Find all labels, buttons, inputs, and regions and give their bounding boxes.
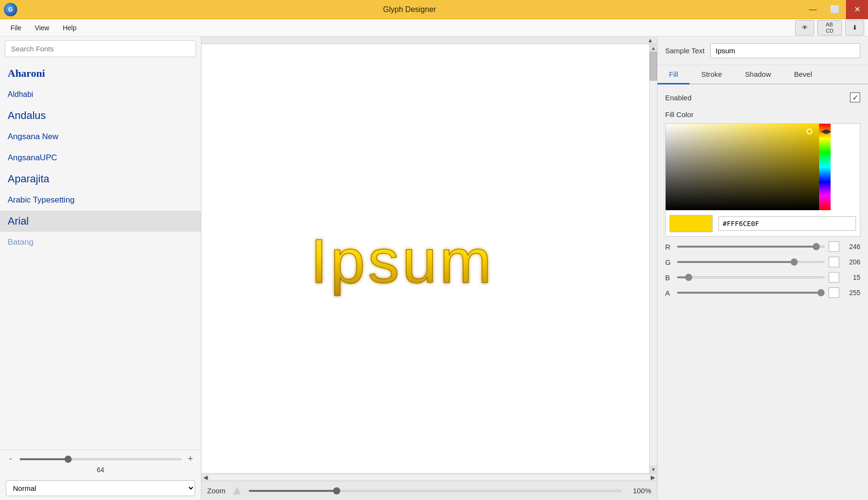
- menu-view[interactable]: View: [28, 22, 56, 34]
- b-label: B: [665, 274, 673, 282]
- font-list: Aharoni Aldhabi Andalus Angsana New Angs…: [0, 61, 201, 450]
- color-gradient-area[interactable]: [666, 124, 819, 210]
- restore-button[interactable]: ⬜: [824, 0, 846, 19]
- size-decrease-button[interactable]: -: [6, 454, 15, 464]
- g-value: 206: [843, 258, 860, 266]
- canvas-text: Ipsum: [310, 226, 494, 296]
- a-thumb-box: [829, 287, 839, 298]
- sample-text-row: Sample Text: [657, 36, 868, 65]
- menubar: File View Help 👁 ABCD ⬇: [0, 19, 868, 36]
- canvas-scroll-v: ▲ ▼: [649, 44, 657, 473]
- fill-color-label: Fill Color: [665, 110, 860, 119]
- g-slider[interactable]: [677, 261, 825, 263]
- fill-panel: Enabled ✓ Fill Color ◀▶: [657, 84, 868, 306]
- font-item-aparajita[interactable]: Aparajita: [0, 168, 201, 190]
- r-value: 246: [843, 243, 860, 250]
- a-row: A 255: [665, 287, 860, 298]
- font-size-controls: - + 64: [0, 450, 201, 477]
- scroll-v-track: [650, 52, 657, 465]
- b-slider[interactable]: [677, 276, 825, 278]
- close-button[interactable]: ✕: [846, 0, 868, 19]
- app-title: Glyph Designer: [17, 5, 802, 14]
- eye-icon: 👁: [802, 24, 808, 31]
- sample-text-label: Sample Text: [665, 47, 704, 55]
- font-list-container: Aharoni Aldhabi Andalus Angsana New Angs…: [0, 61, 201, 450]
- scroll-right-arrow[interactable]: ▶: [649, 474, 657, 481]
- scroll-top-arrow[interactable]: ▲: [645, 37, 655, 44]
- color-swatch-row: [666, 215, 860, 236]
- canvas-scroll-h: ◀ ▶: [201, 473, 657, 481]
- zoom-value: 100%: [627, 487, 651, 495]
- export-button[interactable]: ⬇: [845, 20, 864, 36]
- style-dropdown-row: Normal Bold Italic Bold Italic: [0, 477, 201, 500]
- font-size-value: 64: [6, 466, 195, 474]
- minimize-button[interactable]: —: [802, 0, 824, 19]
- zoom-slider-thumb[interactable]: [233, 487, 241, 495]
- sample-text-svg: Ipsum: [305, 211, 545, 307]
- zoom-label: Zoom: [207, 487, 225, 495]
- r-slider[interactable]: [677, 246, 825, 248]
- canvas-content-row: Ipsum ▲ ▼: [201, 44, 657, 473]
- size-slider[interactable]: [19, 458, 182, 460]
- color-spectrum[interactable]: ◀▶: [819, 124, 831, 210]
- font-item-angsanaupc[interactable]: AngsanaUPC: [0, 147, 201, 168]
- tab-shadow[interactable]: Shadow: [734, 65, 783, 84]
- text-preview-icon: ABCD: [826, 22, 833, 33]
- font-style-select[interactable]: Normal Bold Italic Bold Italic: [6, 480, 195, 496]
- tab-fill[interactable]: Fill: [657, 65, 690, 84]
- scroll-v-down-button[interactable]: ▼: [650, 465, 657, 473]
- zoom-bar: Zoom 100%: [201, 481, 657, 500]
- window-controls: — ⬜ ✕: [802, 0, 868, 19]
- scroll-left-arrow[interactable]: ◀: [201, 474, 210, 481]
- canvas-main[interactable]: Ipsum: [201, 44, 649, 473]
- tabs-row: Fill Stroke Shadow Bevel: [657, 65, 868, 84]
- canvas-footer: ◀ ▶ Zoom 100%: [201, 473, 657, 500]
- color-picker-row: ◀▶: [666, 124, 860, 210]
- a-slider[interactable]: [677, 292, 825, 294]
- b-thumb-box: [829, 272, 839, 283]
- a-label: A: [665, 289, 673, 297]
- color-picker: ◀▶: [665, 123, 860, 237]
- search-input[interactable]: [5, 40, 196, 57]
- menu-file[interactable]: File: [4, 22, 28, 34]
- main-layout: Aharoni Aldhabi Andalus Angsana New Angs…: [0, 36, 868, 500]
- r-row: R 246: [665, 241, 860, 252]
- a-value: 255: [843, 289, 860, 297]
- scroll-v-up-button[interactable]: ▲: [650, 44, 657, 52]
- tab-stroke[interactable]: Stroke: [690, 65, 733, 84]
- font-item-arial[interactable]: Arial: [0, 211, 201, 232]
- enabled-row: Enabled ✓: [665, 92, 860, 103]
- g-row: G 206: [665, 257, 860, 267]
- canvas-area: ▲: [201, 36, 657, 500]
- b-value: 15: [843, 274, 860, 281]
- export-icon: ⬇: [852, 24, 857, 31]
- app-logo: G: [4, 3, 17, 16]
- font-item-andalus[interactable]: Andalus: [0, 105, 201, 126]
- toolbar: 👁 ABCD ⬇: [795, 20, 864, 36]
- font-item-angsana-new[interactable]: Angsana New: [0, 126, 201, 147]
- r-label: R: [665, 243, 673, 251]
- font-item-arabic-typesetting[interactable]: Arabic Typesetting: [0, 190, 201, 211]
- color-hex-input[interactable]: [718, 216, 856, 231]
- size-increase-button[interactable]: +: [186, 454, 195, 464]
- r-thumb-box: [829, 241, 839, 252]
- enabled-checkbox[interactable]: ✓: [850, 92, 860, 103]
- font-item-aldhabi[interactable]: Aldhabi: [0, 84, 201, 105]
- g-label: G: [665, 258, 673, 266]
- sample-text-input[interactable]: [710, 43, 860, 58]
- preview-button[interactable]: 👁: [795, 20, 814, 36]
- logo-icon: G: [8, 6, 12, 13]
- menu-help[interactable]: Help: [56, 22, 83, 34]
- canvas-scroll-top: ▲: [201, 36, 657, 44]
- spectrum-arrow: ◀▶: [821, 128, 832, 134]
- tab-bevel[interactable]: Bevel: [783, 65, 824, 84]
- zoom-slider[interactable]: [248, 490, 622, 492]
- color-swatch[interactable]: [669, 215, 713, 232]
- font-item-batang[interactable]: Batang: [0, 232, 201, 253]
- b-row: B 15: [665, 272, 860, 283]
- ab-cd-button[interactable]: ABCD: [817, 20, 842, 36]
- left-panel: Aharoni Aldhabi Andalus Angsana New Angs…: [0, 36, 201, 500]
- right-panel: Sample Text Fill Stroke Shadow Bevel Ena…: [657, 36, 868, 500]
- font-item-aharoni[interactable]: Aharoni: [0, 63, 201, 84]
- scroll-v-thumb[interactable]: [650, 52, 657, 81]
